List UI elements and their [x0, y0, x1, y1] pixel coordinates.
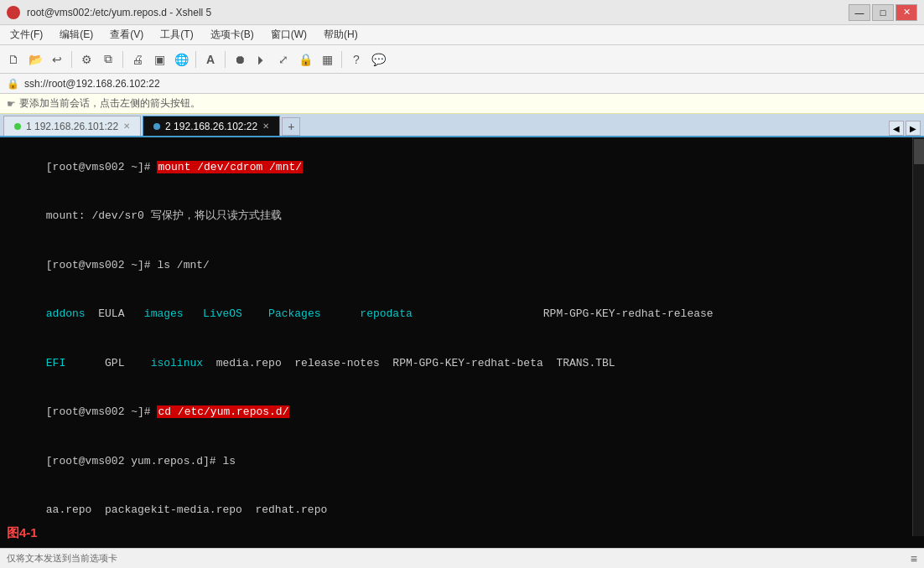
menu-edit[interactable]: 编辑(E) [53, 26, 100, 44]
maximize-button[interactable]: □ [872, 4, 894, 21]
tab2-dot [153, 123, 160, 130]
prompt-3: [root@vms002 ~]# [46, 259, 158, 271]
tab-nav: ◀ ▶ [889, 121, 921, 136]
prompt-1: [root@vms002 ~]# [46, 161, 158, 173]
tab1-label: 1 192.168.26.101:22 [26, 121, 118, 132]
ls-output: aa.repo packagekit-media.repo redhat.rep… [46, 503, 327, 516]
menu-tabs[interactable]: 选项卡(B) [204, 26, 261, 44]
input-menu-icon[interactable]: ≡ [911, 552, 917, 565]
tab1-close[interactable]: ✕ [123, 121, 130, 131]
lock-button[interactable]: 🔒 [295, 49, 315, 70]
close-button[interactable]: ✕ [895, 4, 917, 21]
terminal-scrollbar[interactable] [912, 137, 924, 536]
font-button[interactable]: A [200, 49, 221, 70]
info-arrow-icon: ☛ [7, 98, 16, 110]
file-gpl: GPL [105, 357, 124, 369]
info-text: 要添加当前会话，点击左侧的箭头按钮。 [19, 96, 200, 111]
file-packages: Packages [268, 307, 320, 320]
back-button[interactable]: ↩ [47, 49, 67, 70]
menu-tools[interactable]: 工具(T) [153, 26, 200, 44]
toolbar-sep2 [122, 51, 123, 68]
expand-button[interactable]: ⤢ [273, 49, 293, 70]
settings-button[interactable]: ⚙ [76, 49, 96, 70]
terminal[interactable]: [root@vms002 ~]# mount /dev/cdrom /mnt/ … [0, 137, 924, 548]
file-addons: addons [46, 307, 86, 320]
minimize-button[interactable]: — [849, 4, 870, 21]
file-eula: EULA [98, 307, 124, 320]
menu-window[interactable]: 窗口(W) [264, 26, 314, 44]
chat-button[interactable]: 💬 [368, 49, 388, 70]
globe-button[interactable]: 🌐 [171, 49, 191, 70]
file-rpmsig1: RPM-GPG-KEY-redhat-release [543, 307, 714, 320]
file-rpmsig2: RPM-GPG-KEY-redhat-beta [392, 357, 542, 369]
tab-1[interactable]: 1 192.168.26.101:22 ✕ [3, 116, 141, 136]
cmd-mount: mount /dev/cdrom /mnt/ [157, 161, 303, 173]
file-efi: EFI [46, 357, 65, 369]
app-icon [7, 6, 20, 19]
tab-add-button[interactable]: + [282, 117, 300, 136]
window-controls: — □ ✕ [849, 4, 917, 21]
rec-button[interactable]: ⏺ [230, 49, 250, 70]
input-bar: 仅将文本发送到当前选项卡 ≡ [0, 548, 924, 568]
terminal-line-8: aa.repo packagekit-media.repo redhat.rep… [7, 486, 911, 535]
tab1-dot [14, 123, 21, 130]
address-bar: 🔒 ssh://root@192.168.26.102:22 [0, 74, 924, 94]
terminal-line-1: [root@vms002 ~]# mount /dev/cdrom /mnt/ [7, 142, 911, 192]
tab-bar: 1 192.168.26.101:22 ✕ 2 192.168.26.102:2… [0, 114, 924, 137]
info-bar: ☛ 要添加当前会话，点击左侧的箭头按钮。 [0, 94, 924, 114]
terminal-line-5: EFI GPL isolinux media.repo release-note… [7, 338, 911, 388]
new-button[interactable]: 🗋 [3, 49, 23, 70]
prompt-6: [root@vms002 ~]# [46, 405, 158, 418]
play-button[interactable]: ⏵ [252, 49, 272, 70]
file-releasenotes: release-notes [294, 357, 379, 369]
file-trans: TRANS.TBL [556, 357, 615, 369]
menu-view[interactable]: 查看(V) [103, 26, 150, 44]
copy-button[interactable]: ⧉ [98, 49, 118, 70]
tab-prev-button[interactable]: ◀ [889, 121, 904, 136]
open-button[interactable]: 📂 [25, 49, 45, 70]
toolbar-sep3 [195, 51, 196, 68]
tab2-close[interactable]: ✕ [262, 121, 269, 131]
print-button[interactable]: 🖨 [127, 49, 148, 70]
file-liveos: LiveOS [203, 307, 242, 320]
tab-next-button[interactable]: ▶ [906, 121, 921, 136]
fig-label: 图4-1 [7, 525, 38, 541]
menu-help[interactable]: 帮助(H) [317, 26, 365, 44]
file-isolinux: isolinux [151, 357, 203, 369]
terminal-line-6: [root@vms002 ~]# cd /etc/yum.repos.d/ [7, 388, 911, 437]
title-bar: root@vms002:/etc/yum.repos.d - Xshell 5 … [0, 0, 924, 25]
toolbar-sep1 [71, 51, 72, 68]
menu-bar: 文件(F) 编辑(E) 查看(V) 工具(T) 选项卡(B) 窗口(W) 帮助(… [0, 25, 924, 45]
toolbar-sep5 [341, 51, 342, 68]
print2-button[interactable]: ▣ [149, 49, 169, 70]
prompt-7: [root@vms002 yum.repos.d]# [46, 455, 223, 467]
terminal-line-9: [root@vms002 yum.repos.d]# vim aa.repo [7, 534, 911, 548]
address-icon: 🔒 [7, 78, 19, 90]
tab-2[interactable]: 2 192.168.26.102:22 ✕ [143, 116, 280, 136]
key-button[interactable]: ▦ [317, 49, 337, 70]
title-text: root@vms002:/etc/yum.repos.d - Xshell 5 [27, 7, 211, 18]
menu-file[interactable]: 文件(F) [3, 26, 49, 44]
file-mediarepo: media.repo [216, 357, 282, 369]
input-bar-text: 仅将文本发送到当前选项卡 [7, 552, 907, 565]
address-text: ssh://root@192.168.26.102:22 [24, 78, 160, 90]
file-repodata: repodata [360, 307, 412, 320]
mount-output: mount: /dev/sr0 写保护，将以只读方式挂载 [46, 209, 282, 222]
file-images: images [144, 307, 184, 320]
terminal-line-7: [root@vms002 yum.repos.d]# ls [7, 436, 911, 486]
cmd-ls-mnt: ls /mnt/ [157, 259, 209, 271]
terminal-line-4: addons EULA images LiveOS Packages repod… [7, 290, 911, 339]
scrollbar-thumb[interactable] [914, 139, 924, 164]
toolbar-sep4 [225, 51, 226, 68]
terminal-line-2: mount: /dev/sr0 写保护，将以只读方式挂载 [7, 192, 911, 241]
cmd-cd: cd /etc/yum.repos.d/ [157, 405, 289, 418]
terminal-line-3: [root@vms002 ~]# ls /mnt/ [7, 240, 911, 290]
toolbar: 🗋 📂 ↩ ⚙ ⧉ 🖨 ▣ 🌐 A ⏺ ⏵ ⤢ 🔒 ▦ ? 💬 [0, 45, 924, 74]
cmd-ls: ls [222, 455, 236, 467]
terminal-wrapper: [root@vms002 ~]# mount /dev/cdrom /mnt/ … [0, 137, 924, 548]
tab2-label: 2 192.168.26.102:22 [165, 121, 257, 132]
help-button[interactable]: ? [346, 49, 366, 70]
